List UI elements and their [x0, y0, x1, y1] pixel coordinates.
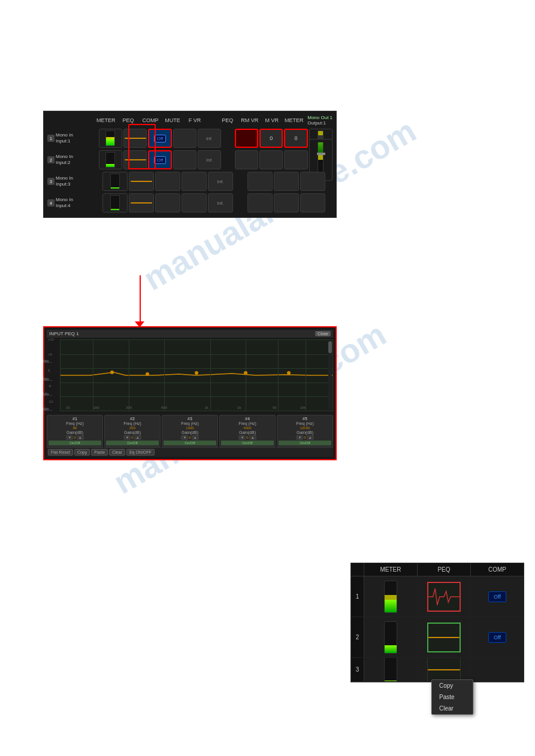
- row-3-mute[interactable]: [182, 172, 207, 191]
- band-2-freq-label: Freq (Hz): [123, 421, 141, 426]
- row-2-comp[interactable]: Off: [148, 150, 171, 169]
- arrow-connector-line: [140, 275, 141, 323]
- br-row-1-comp[interactable]: Off: [471, 576, 524, 617]
- band-4-gain-up[interactable]: ▲: [249, 435, 256, 440]
- peq-toolbar: Flat Reset Copy Paste Clear Eq ON/OFF: [47, 447, 333, 457]
- br-row-1-peq[interactable]: [418, 576, 471, 617]
- br-row-2-comp[interactable]: Off: [471, 617, 524, 657]
- row-2-mute[interactable]: [173, 150, 197, 169]
- peq-graph: 20 100 200 500 1k 2k 5k 10k: [60, 339, 333, 411]
- row-2-peq-right[interactable]: [235, 150, 258, 169]
- band-4-freq-label: Freq (Hz): [238, 421, 256, 426]
- row-1-fvr[interactable]: Inf.: [198, 129, 221, 148]
- br-row-1-meter[interactable]: [364, 576, 418, 617]
- col-header-mvr: M VR: [261, 117, 283, 123]
- paste-btn[interactable]: Paste: [91, 449, 108, 456]
- row-3-comp[interactable]: [155, 172, 180, 191]
- context-menu-clear[interactable]: Clear: [432, 703, 473, 714]
- band-5-gain-up[interactable]: ▲: [307, 435, 314, 440]
- row-1-mute[interactable]: [173, 129, 197, 148]
- row-3-fvr[interactable]: Inf.: [208, 172, 233, 191]
- db-label-m6: -6: [48, 384, 51, 388]
- band-5-gain-down[interactable]: ▼: [296, 435, 303, 440]
- row-1-rmvr[interactable]: 0: [259, 129, 283, 148]
- row-4-rmvr[interactable]: [274, 193, 299, 212]
- band-2-gain-down[interactable]: ▼: [123, 435, 131, 440]
- br-row-1-num: 1: [351, 576, 364, 617]
- row-4-num: 4: [47, 199, 55, 207]
- br-row-2-peq[interactable]: [418, 617, 471, 657]
- band-1-gain-down[interactable]: ▼: [66, 435, 73, 440]
- row-1-mvr[interactable]: 0: [284, 129, 307, 148]
- row-3-peq[interactable]: [129, 172, 154, 191]
- br-row-1-comp-btn[interactable]: Off: [488, 591, 506, 602]
- row-4-mute[interactable]: [182, 193, 207, 212]
- br-row-3-num: 3: [351, 658, 364, 681]
- context-menu-copy[interactable]: Copy: [432, 680, 473, 691]
- br-row-3-peq[interactable]: [418, 658, 471, 681]
- context-menu: Copy Paste Clear: [431, 679, 473, 715]
- br-row-3-meter[interactable]: [364, 658, 418, 681]
- band-3-num: #3: [188, 417, 192, 421]
- peq-close-btn[interactable]: Close: [315, 331, 331, 336]
- br-row-2-meter[interactable]: [364, 617, 418, 657]
- row-2-label: Mono InInput:2: [56, 154, 73, 166]
- row-4-meter[interactable]: [102, 193, 128, 212]
- peq-node-3[interactable]: [195, 371, 198, 375]
- band-5-gain-label: Gain(dB): [297, 430, 313, 435]
- peq-node-4[interactable]: [244, 371, 247, 375]
- row-1-comp-btn[interactable]: Off: [154, 135, 167, 142]
- row-1-peq-right[interactable]: [235, 129, 258, 148]
- row-4-peq[interactable]: [129, 193, 154, 212]
- band-3-gain-down[interactable]: ▼: [181, 435, 188, 440]
- row-3-rmvr[interactable]: [274, 172, 299, 191]
- flat-reset-btn[interactable]: Flat Reset: [48, 449, 73, 456]
- band-4-onoff[interactable]: On/Off: [221, 441, 274, 445]
- br-row-2-num: 2: [351, 617, 364, 657]
- row-3-meter[interactable]: [102, 172, 128, 191]
- row-3-mvr[interactable]: [300, 172, 325, 191]
- row-2-fvr[interactable]: Inf.: [198, 150, 221, 169]
- br-col-meter: METER: [364, 563, 418, 576]
- peq-scrollbar[interactable]: [328, 341, 332, 409]
- band-1-onoff[interactable]: On/Off: [49, 441, 101, 445]
- band-4-gain-label: Gain(dB): [239, 430, 256, 435]
- row-2-rmvr[interactable]: [259, 150, 283, 169]
- eq-onoff-btn[interactable]: Eq ON/OFF: [126, 449, 155, 456]
- row-4-fvr[interactable]: Inf.: [208, 193, 233, 212]
- mixer-row-3: 3 Mono InInput:3 Inf.: [47, 171, 333, 192]
- band-1-freq-value: 80: [73, 426, 77, 430]
- band-2-onoff[interactable]: On/Off: [106, 441, 159, 445]
- copy-btn[interactable]: Copy: [74, 449, 90, 456]
- peq-node-5[interactable]: [287, 371, 291, 375]
- row-2-peq[interactable]: [123, 150, 147, 169]
- peq-node-2[interactable]: [146, 372, 149, 376]
- band-4-gain-down[interactable]: ▼: [238, 435, 246, 440]
- br-row-3-comp[interactable]: [471, 658, 524, 681]
- freq-label-500: 500: [161, 406, 167, 409]
- row-4-peq-right[interactable]: [247, 193, 273, 212]
- band-3-gain-up[interactable]: ▲: [192, 435, 199, 440]
- context-menu-paste[interactable]: Paste: [432, 691, 473, 703]
- band-4-freq-value: 4000: [243, 426, 251, 430]
- row-3-peq-right[interactable]: [247, 172, 273, 191]
- band-1-gain-up[interactable]: ▲: [77, 435, 84, 440]
- row-4-comp[interactable]: [155, 193, 180, 212]
- row-1-comp[interactable]: Off: [148, 129, 171, 148]
- freq-label-200: 200: [126, 406, 132, 409]
- row-2-meter[interactable]: [99, 150, 122, 169]
- row-2-mvr[interactable]: [284, 150, 307, 169]
- br-row-2-comp-btn[interactable]: Off: [488, 632, 506, 643]
- band-5-onoff[interactable]: On/Off: [279, 441, 331, 445]
- peq-scrollbar-thumb[interactable]: [328, 341, 332, 353]
- row-4-mvr[interactable]: [300, 193, 325, 212]
- peq-band-3: #3 Freq (Hz) 1000 Gain(dB) ▼ 0 ▲ On/Off: [162, 415, 218, 447]
- row-2-comp-btn[interactable]: Off: [154, 156, 167, 164]
- band-2-gain-up[interactable]: ▲: [134, 435, 141, 440]
- band-3-onoff[interactable]: On/Off: [164, 441, 216, 445]
- clear-btn[interactable]: Clear: [109, 449, 125, 456]
- peq-node-1[interactable]: [110, 371, 114, 374]
- row-1-meter[interactable]: [99, 129, 122, 148]
- db-label-m12: -12: [48, 400, 53, 403]
- row-1-peq[interactable]: [123, 129, 147, 148]
